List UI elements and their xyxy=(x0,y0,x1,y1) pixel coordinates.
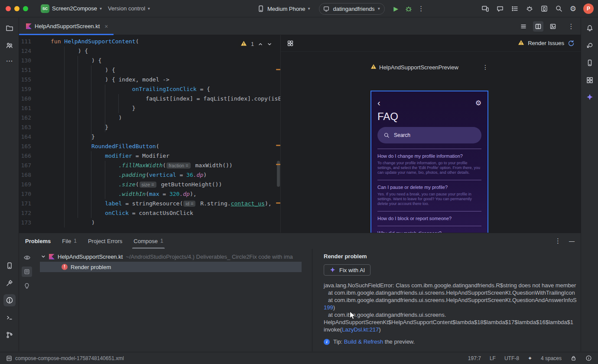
terminal-icon[interactable] xyxy=(3,312,16,324)
code-line[interactable]: 173 ) xyxy=(19,218,280,228)
editor-options-icon[interactable]: ⋮ xyxy=(568,23,575,30)
project-folder-icon[interactable] xyxy=(3,22,16,34)
build-icon[interactable] xyxy=(3,277,16,289)
ai-status-icon[interactable]: ✦ xyxy=(528,355,532,361)
problems-icon[interactable] xyxy=(3,294,16,306)
code-line[interactable]: 164 } xyxy=(19,132,280,142)
code-line[interactable]: 151 ) { xyxy=(19,65,280,75)
details-view-icon[interactable] xyxy=(22,266,32,277)
code-line[interactable]: 168 .padding(vertical = 36.dp) xyxy=(19,170,280,180)
phone-preview-frame[interactable]: ‹ ⚙ FAQ Search How do I change my profil… xyxy=(370,91,488,233)
gemini-chat-icon[interactable] xyxy=(496,5,504,13)
layout-inspector-icon[interactable] xyxy=(584,74,596,86)
faq-search-bar[interactable]: Search xyxy=(377,127,481,143)
search-icon[interactable] xyxy=(555,5,563,13)
close-window-button[interactable] xyxy=(6,6,11,11)
gemini-icon[interactable] xyxy=(584,91,596,104)
next-problem-icon[interactable] xyxy=(267,42,272,47)
run-button[interactable]: ▶ xyxy=(392,5,400,12)
commit-icon[interactable] xyxy=(3,39,16,52)
faq-item[interactable]: Why did my match disappear? xyxy=(377,226,481,233)
settings-icon[interactable]: ⚙ xyxy=(570,4,576,13)
editor-tab[interactable]: HelpAndSupportScreen.kt × xyxy=(19,18,114,35)
problems-window-title[interactable]: Problems xyxy=(25,238,51,244)
code-line[interactable]: 161 } xyxy=(19,104,280,113)
prev-problem-icon[interactable] xyxy=(258,42,263,47)
code-line[interactable]: 163 } xyxy=(19,123,280,132)
problems-tab-compose[interactable]: Compose1 xyxy=(133,233,163,249)
preview-canvas[interactable]: HelpAndSupportScreenPreview ⋮ ‹ ⚙ FAQ xyxy=(281,52,581,233)
hide-panel-icon[interactable]: — xyxy=(569,238,575,244)
code-line[interactable]: 167 .fillMaxWidth(fraction = maxWidth()) xyxy=(19,161,280,170)
line-separator-widget[interactable]: LF xyxy=(490,355,496,361)
code-view-icon[interactable] xyxy=(518,21,529,32)
info-status-icon[interactable] xyxy=(585,355,592,361)
todo-list-icon[interactable] xyxy=(511,5,519,13)
quick-fix-bulb-icon[interactable] xyxy=(22,281,32,291)
settings-gear-icon[interactable]: ⚙ xyxy=(475,99,481,107)
code-line[interactable]: 155 ) { index, model -> xyxy=(19,75,280,84)
faq-item[interactable]: How do I change my profile information?T… xyxy=(377,149,481,180)
status-file-widget[interactable]: compose-compose-model-1758748140651.xml xyxy=(6,355,124,361)
editor-pane[interactable]: 111fun HelpAndSupportContent(124 ) {130 … xyxy=(19,35,281,233)
design-view-icon[interactable] xyxy=(548,21,558,32)
device-mirror-icon[interactable] xyxy=(584,57,596,69)
code-line[interactable]: 159 onTrailingIconClick = { xyxy=(19,84,280,94)
build-refresh-link[interactable]: Build & Refresh xyxy=(344,338,383,345)
encoding-widget[interactable]: UTF-8 xyxy=(504,355,519,361)
more-tool-windows-icon[interactable]: ⋯ xyxy=(6,57,13,65)
tab-close-icon[interactable]: × xyxy=(104,23,108,30)
stack-trace-link[interactable]: 199 xyxy=(324,304,333,311)
gradle-icon[interactable] xyxy=(584,39,596,52)
code-line[interactable]: 130 ) { xyxy=(19,56,280,65)
code-line[interactable]: 165 RoundedFilledButton( xyxy=(19,142,280,151)
chevron-expanded-icon[interactable] xyxy=(41,254,46,259)
preview-problem-eye-icon[interactable] xyxy=(22,252,32,263)
inspection-widget[interactable]: 1 xyxy=(238,39,274,49)
kotlin-file-icon xyxy=(49,254,55,260)
caret-position-widget[interactable]: 197:7 xyxy=(468,355,481,361)
device-manager-icon[interactable] xyxy=(540,5,548,13)
preview-options-icon[interactable]: ⋮ xyxy=(482,64,488,71)
code-line[interactable]: 172 onClick = contactUsOnClick xyxy=(19,208,280,218)
run-target-select[interactable]: datingandfriends ▾ xyxy=(319,3,384,15)
render-problem-row[interactable]: ! Render problem xyxy=(40,262,302,272)
vcs-widget[interactable]: Version control ▾ xyxy=(105,2,153,15)
stack-trace-link[interactable]: LazyDsl.kt:217 xyxy=(342,326,379,333)
problems-file-row[interactable]: HelpAndSupportScreen.kt ~/AndroidStudioP… xyxy=(35,251,312,262)
debug-button[interactable] xyxy=(405,5,413,13)
logcat-icon[interactable] xyxy=(3,260,16,272)
running-devices-icon[interactable] xyxy=(481,5,489,13)
code-line[interactable]: 160 faqList[index] = faqList[index].copy… xyxy=(19,94,280,104)
problems-tab-file[interactable]: File1 xyxy=(62,233,77,249)
code-line[interactable]: 169 .size(size = getButtonHeight()) xyxy=(19,180,280,189)
problems-tab-project-errors[interactable]: Project Errors xyxy=(88,233,122,249)
fix-with-ai-button[interactable]: Fix with AI xyxy=(324,264,370,276)
fullscreen-window-button[interactable] xyxy=(23,6,28,11)
code-text: ) { xyxy=(51,46,88,56)
indent-widget[interactable]: 4 spaces xyxy=(541,355,562,361)
preview-name[interactable]: HelpAndSupportScreenPreview xyxy=(379,64,458,71)
code-line[interactable]: 166 modifier = Modifier xyxy=(19,151,280,161)
code-line[interactable]: 162 ) xyxy=(19,113,280,123)
readonly-lock-icon[interactable] xyxy=(570,355,577,361)
version-control-icon[interactable] xyxy=(3,329,16,341)
code-line[interactable]: 170 .widthIn(max = 320.dp), xyxy=(19,189,280,199)
split-view-icon[interactable] xyxy=(533,21,543,32)
profiler-icon[interactable] xyxy=(526,5,533,13)
line-number: 171 xyxy=(19,199,31,208)
render-issues-label[interactable]: Render Issues xyxy=(528,40,564,46)
notifications-icon[interactable] xyxy=(584,22,596,34)
code-line[interactable]: 171 label = stringResource(id = R.string… xyxy=(19,199,280,208)
profile-avatar[interactable]: P xyxy=(583,3,594,14)
refresh-preview-icon[interactable] xyxy=(568,40,575,47)
faq-item[interactable]: Can I pause or delete my profile?Yes. If… xyxy=(377,180,481,211)
preview-layout-icon[interactable] xyxy=(287,40,294,47)
project-widget[interactable]: SC Screen2Compose ▾ xyxy=(38,2,105,15)
device-selector[interactable]: Medium Phone ▾ xyxy=(254,2,313,15)
back-icon[interactable]: ‹ xyxy=(377,99,380,107)
minimize-window-button[interactable] xyxy=(14,6,20,11)
panel-options-icon[interactable]: ⋮ xyxy=(555,237,561,245)
faq-item[interactable]: How do I block or report someone? xyxy=(377,211,481,226)
more-run-actions-icon[interactable]: ⋮ xyxy=(418,5,425,13)
